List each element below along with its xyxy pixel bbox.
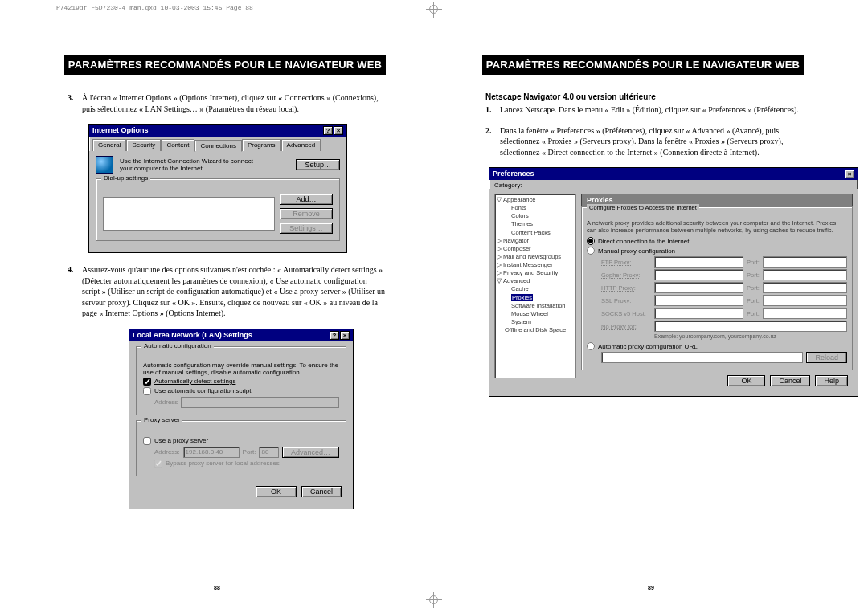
cb-use-proxy[interactable]	[143, 437, 151, 445]
step-4-text: Assurez-vous qu'aucune des options suiva…	[82, 264, 386, 319]
tree-instant-messenger[interactable]: Instant Messenger	[503, 261, 553, 269]
cb-use-script[interactable]	[143, 387, 151, 395]
tree-composer[interactable]: Composer	[503, 245, 531, 253]
script-address-label: Address	[154, 398, 178, 406]
tree-offline[interactable]: Offline and Disk Space	[497, 326, 574, 334]
gopher-proxy-label: Gopher Proxy:	[601, 272, 651, 279]
tree-mail[interactable]: Mail and Newsgroups	[503, 253, 561, 261]
tree-mouse-wheel[interactable]: Mouse Wheel	[497, 310, 574, 318]
ssl-port-label: Port:	[747, 297, 760, 304]
cb-auto-detect-label: Automatically detect settings	[154, 378, 235, 385]
tree-navigator[interactable]: Navigator	[503, 237, 529, 245]
proxies-hint: A network proxy provides additional secu…	[587, 219, 847, 234]
radio-direct[interactable]	[587, 237, 595, 245]
gopher-port-input[interactable]	[763, 269, 847, 280]
http-proxy-input[interactable]	[654, 282, 743, 293]
proxy-legend: Proxy server	[141, 416, 182, 423]
ftp-port-input[interactable]	[763, 256, 847, 268]
ftp-proxy-input[interactable]	[654, 256, 743, 268]
tab-programs[interactable]: Programs	[242, 139, 281, 151]
cb-auto-detect[interactable]	[143, 378, 151, 386]
section-title-left: PARAMÈTRES RECOMMANDÉS POUR LE NAVIGATEU…	[64, 55, 386, 75]
page-number-left: 88	[0, 585, 434, 591]
prefs-help-button[interactable]: Help	[815, 375, 848, 386]
tree-themes[interactable]: Themes	[497, 220, 574, 228]
no-proxy-input[interactable]	[654, 321, 847, 332]
page-right: PARAMÈTRES RECOMMANDÉS POUR LE NAVIGATEU…	[434, 16, 868, 613]
category-tree[interactable]: ▽Appearance Fonts Colors Themes Content …	[494, 194, 576, 378]
gopher-proxy-input[interactable]	[654, 269, 743, 280]
step-2-text: Dans la fenêtre « Preferences » (Préfére…	[500, 125, 804, 158]
step-3-num: 3.	[68, 92, 79, 114]
socks-port-label: Port:	[747, 310, 760, 317]
page-number-right: 89	[434, 585, 868, 591]
prefs-cancel-button[interactable]: Cancel	[770, 375, 810, 386]
tab-content[interactable]: Content	[161, 139, 194, 151]
lan-title: Local Area Network (LAN) Settings	[133, 331, 252, 340]
reload-button: Reload	[806, 352, 847, 363]
cb-use-proxy-label: Use a proxy server	[154, 437, 208, 444]
http-port-input[interactable]	[763, 282, 847, 293]
tree-fonts[interactable]: Fonts	[497, 204, 574, 212]
add-button[interactable]: Add…	[280, 194, 333, 205]
cb-bypass-local	[154, 460, 162, 468]
tree-cache[interactable]: Cache	[497, 285, 574, 293]
step-4-num: 4.	[68, 264, 79, 319]
tree-content-packs[interactable]: Content Packs	[497, 229, 574, 237]
proxy-address-input	[183, 447, 240, 458]
close-icon[interactable]: ×	[845, 170, 854, 178]
cb-bypass-local-label: Bypass proxy server for local addresses	[166, 460, 280, 467]
tree-appearance[interactable]: Appearance	[503, 196, 535, 204]
dialup-legend: Dial-up settings	[101, 174, 150, 182]
step-1: 1. Lancez Netscape. Dans le menu « Edit …	[482, 104, 804, 116]
tree-advanced[interactable]: Advanced	[503, 277, 530, 285]
help-icon[interactable]: ?	[330, 331, 339, 340]
globe-icon	[96, 156, 113, 174]
auto-url-input[interactable]	[601, 352, 803, 363]
close-icon[interactable]: ×	[340, 331, 350, 340]
ssl-port-input[interactable]	[763, 295, 847, 306]
lan-titlebar: Local Area Network (LAN) Settings ? ×	[129, 329, 353, 341]
tree-colors[interactable]: Colors	[497, 212, 574, 220]
prefs-ok-button[interactable]: OK	[727, 375, 765, 386]
netscape-subhead: Netscape Navigator 4.0 ou version ultéri…	[482, 92, 804, 101]
no-proxy-example: Example: yourcompany.com, yourcompany.co…	[654, 333, 847, 339]
proxy-port-input	[259, 447, 278, 458]
category-label: Category:	[489, 180, 858, 189]
help-icon[interactable]: ?	[323, 126, 333, 135]
auto-config-legend: Automatic configuration	[141, 342, 214, 349]
step-3: 3. À l'écran « Internet Options » (Optio…	[64, 92, 386, 114]
page-left: PARAMÈTRES RECOMMANDÉS POUR LE NAVIGATEU…	[0, 16, 434, 613]
tab-advanced[interactable]: Advanced	[281, 139, 321, 151]
socks-host-input[interactable]	[654, 308, 743, 319]
tree-system[interactable]: System	[497, 318, 574, 326]
proxies-box-legend: Configure Proxies to Access the Internet	[587, 204, 699, 211]
dialup-listbox[interactable]	[103, 197, 275, 231]
tab-general[interactable]: General	[92, 139, 126, 151]
step-2: 2. Dans la fenêtre « Preferences » (Préf…	[482, 125, 804, 158]
print-header: P74219df_F5D7230-4_man.qxd 10-03-2003 15…	[56, 4, 253, 11]
tree-software-install[interactable]: Software Installation	[497, 302, 574, 310]
socks-host-label: SOCKS v5 Host:	[601, 310, 651, 317]
ftp-proxy-label: FTP Proxy:	[601, 259, 651, 266]
lan-cancel-button[interactable]: Cancel	[301, 486, 342, 497]
dialog-preferences: Preferences × Category: ▽Appearance Font…	[489, 167, 858, 397]
socks-port-input[interactable]	[763, 308, 847, 319]
radio-manual[interactable]	[587, 247, 595, 255]
radio-direct-label: Direct connection to the Internet	[598, 238, 689, 245]
ssl-proxy-input[interactable]	[654, 295, 743, 306]
setup-button[interactable]: Setup…	[296, 159, 340, 170]
tree-privacy[interactable]: Privacy and Security	[503, 269, 558, 277]
radio-auto-url[interactable]	[587, 342, 595, 350]
auto-config-note: Automatic configuration may override man…	[143, 362, 339, 376]
tab-connections[interactable]: Connections	[194, 140, 241, 152]
lan-ok-button[interactable]: OK	[256, 486, 297, 497]
tab-security[interactable]: Security	[126, 139, 161, 151]
page-spread: PARAMÈTRES RECOMMANDÉS POUR LE NAVIGATEU…	[0, 16, 868, 613]
step-1-text: Lancez Netscape. Dans le menu « Edit » (…	[500, 104, 799, 116]
close-icon[interactable]: ×	[334, 126, 343, 135]
tree-proxies[interactable]: Proxies	[511, 294, 533, 301]
io-titlebar: Internet Options ? ×	[89, 125, 346, 137]
step-2-num: 2.	[485, 125, 497, 158]
ftp-port-label: Port:	[747, 259, 760, 266]
